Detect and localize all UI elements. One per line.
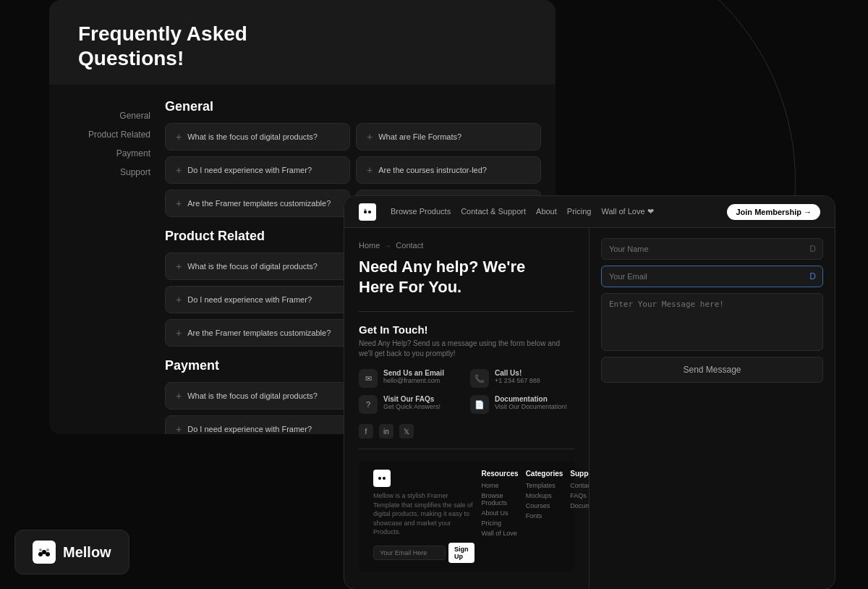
sidebar-item-payment[interactable]: Payment (64, 144, 150, 163)
footer-item-pricing[interactable]: Pricing (482, 520, 519, 527)
phone-value: +1 234 567 888 (495, 377, 540, 384)
footer-col-categories-title: Categories (526, 470, 563, 478)
docs-icon: 📄 (470, 395, 489, 414)
footer-email-row: Sign Up (373, 543, 475, 563)
svg-point-2 (365, 208, 367, 211)
plus-icon: + (176, 260, 182, 272)
faq-card-title: Frequently Asked Questions! (78, 22, 527, 70)
footer-signup-button[interactable]: Sign Up (448, 543, 475, 563)
nav-link-wall[interactable]: Wall of Love ❤ (601, 207, 653, 216)
footer-brand-desc: Mellow is a stylish Framer Template that… (373, 491, 475, 537)
svg-point-9 (46, 548, 49, 551)
contact-footer: Mellow is a stylish Framer Template that… (359, 461, 574, 572)
faq-item[interactable]: + Are the courses instructor-led? (356, 156, 541, 184)
sidebar-item-support[interactable]: Support (64, 163, 150, 182)
footer-col-resources: Resources Home Browse Products About Us … (482, 470, 519, 563)
plus-icon: + (176, 423, 182, 434)
faq-item-text: Do I need experience with Framer? (187, 295, 312, 304)
form-name-input[interactable] (601, 238, 823, 260)
faq-item-text: What is the focus of digital products? (187, 132, 318, 141)
faq-card-header: Frequently Asked Questions! (49, 0, 556, 85)
nav-link-contact[interactable]: Contact & Support (461, 207, 526, 216)
plus-icon: + (176, 390, 182, 402)
form-message-textarea[interactable] (601, 293, 823, 351)
footer-item-browse[interactable]: Browse Products (482, 492, 519, 507)
email-label: Send Us an Email (383, 369, 444, 377)
footer-brand-logo (373, 470, 391, 487)
faq-item[interactable]: + What are File Formats? (356, 123, 541, 151)
form-email-icon: D (809, 271, 816, 281)
footer-item-fonts[interactable]: Fonts (526, 512, 563, 520)
breadcrumb: Home → Contact (359, 241, 574, 250)
nav-link-about[interactable]: About (536, 207, 557, 216)
facebook-icon[interactable]: f (359, 424, 373, 438)
svg-point-1 (368, 211, 371, 213)
plus-icon: + (176, 327, 182, 339)
breadcrumb-home[interactable]: Home (359, 241, 380, 250)
footer-item-home[interactable]: Home (482, 482, 519, 489)
get-in-touch-title: Get In Touch! (359, 323, 574, 336)
plus-icon: + (176, 294, 182, 305)
svg-point-7 (46, 552, 50, 556)
contact-body: Home → Contact Need Any help? We'reHere … (344, 228, 835, 589)
faq-section-general-title: General (165, 99, 541, 114)
footer-item-documentation[interactable]: Documentation (570, 502, 590, 509)
plus-icon: + (176, 198, 182, 209)
footer-item-mockups[interactable]: Mockups (526, 492, 563, 499)
footer-item-faqs[interactable]: FAQs (570, 492, 590, 499)
faq-value: Get Quick Answers! (383, 403, 441, 410)
get-in-touch-desc: Need Any Help? Send us a message using t… (359, 339, 574, 359)
svg-point-3 (378, 477, 381, 480)
bottom-logo-text: Mellow (63, 544, 111, 561)
faq-sidebar: General Product Related Payment Support (64, 99, 150, 434)
svg-point-8 (39, 548, 42, 551)
footer-divider (359, 449, 574, 449)
contact-left: Home → Contact Need Any help? We'reHere … (344, 228, 590, 589)
twitter-icon[interactable]: 𝕏 (399, 424, 414, 438)
contact-info-faq: ? Visit Our FAQs Get Quick Answers! (359, 395, 463, 414)
contact-info-phone: 📞 Call Us! +1 234 567 888 (470, 369, 574, 388)
footer-col-support: Support Contact Us FAQs Documentation (570, 470, 590, 563)
join-membership-button[interactable]: Join Membership → (727, 204, 820, 220)
footer-email-input[interactable] (373, 546, 446, 560)
footer-col-resources-title: Resources (482, 470, 519, 478)
footer-item-templates[interactable]: Templates (526, 482, 563, 489)
plus-icon: + (367, 131, 373, 143)
footer-col-support-title: Support (570, 470, 590, 478)
form-email-input[interactable] (601, 266, 823, 287)
faq-item-text: What is the focus of digital products? (187, 391, 318, 400)
form-email-row: D (601, 266, 823, 287)
contact-nav-left: Browse Products Contact & Support About … (359, 203, 654, 221)
footer-item-courses[interactable]: Courses (526, 502, 563, 509)
faq-item-text: What is the focus of digital products? (187, 262, 318, 271)
sidebar-item-general[interactable]: General (64, 106, 150, 125)
social-links: f in 𝕏 (359, 424, 574, 438)
form-send-button[interactable]: Send Message (601, 357, 823, 383)
sidebar-item-product-related[interactable]: Product Related (64, 125, 150, 144)
faq-item-text: Do I need experience with Framer? (187, 166, 312, 174)
footer-item-contact[interactable]: Contact Us (570, 482, 590, 489)
phone-label: Call Us! (495, 369, 540, 377)
svg-point-5 (38, 552, 43, 556)
breadcrumb-contact: Contact (396, 241, 423, 250)
svg-point-4 (383, 477, 386, 480)
bottom-logo-icon (33, 541, 56, 564)
faq-item[interactable]: + Do I need experience with Framer? (165, 156, 350, 184)
footer-item-wall[interactable]: Wall of Love (482, 530, 519, 537)
plus-icon: + (176, 164, 182, 176)
docs-value: Visit Our Documentation! (495, 403, 567, 410)
instagram-icon[interactable]: in (379, 424, 393, 438)
footer-item-about[interactable]: About Us (482, 509, 519, 517)
faq-item[interactable]: + What is the focus of digital products? (165, 123, 350, 151)
plus-icon: + (367, 164, 373, 176)
contact-info-docs: 📄 Documentation Visit Our Documentation! (470, 395, 574, 414)
bottom-logo-bar: Mellow (14, 530, 129, 575)
nav-link-pricing[interactable]: Pricing (567, 207, 592, 216)
nav-link-browse[interactable]: Browse Products (391, 207, 451, 216)
form-name-icon: D (809, 244, 816, 254)
svg-point-6 (42, 550, 46, 554)
nav-links: Browse Products Contact & Support About … (391, 207, 654, 216)
plus-icon: + (176, 131, 182, 143)
email-value: hello@frament.com (383, 377, 444, 384)
faq-item[interactable]: + Are the Framer templates customizable? (165, 190, 350, 217)
